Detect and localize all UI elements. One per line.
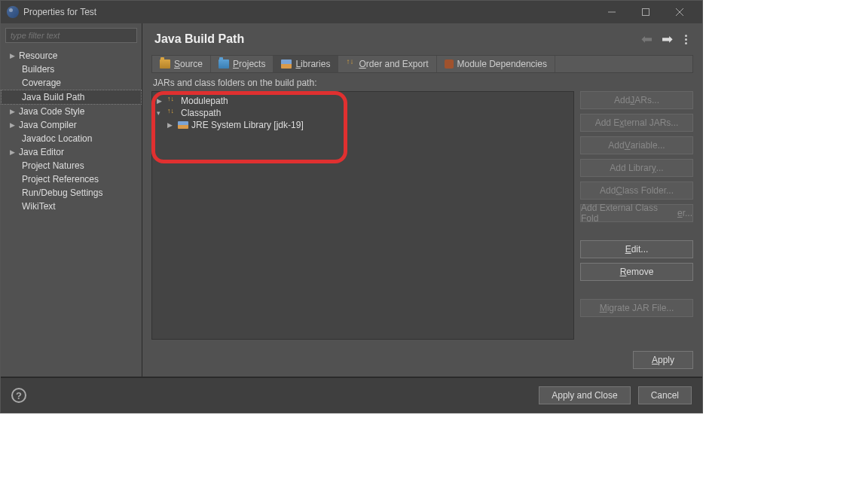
sidebar-item-javadoc-location[interactable]: Javadoc Location	[1, 132, 142, 145]
libraries-area: ▶Modulepath ▾Classpath ▶JRE System Libra…	[151, 91, 693, 342]
apply-row: Apply	[151, 342, 693, 377]
migrate-jar-button[interactable]: Migrate JAR File...	[580, 299, 693, 317]
tab-label: Projects	[233, 59, 265, 69]
caret-icon: ▶	[10, 148, 17, 156]
sidebar-item-label: Builders	[22, 64, 54, 75]
content-panel: Java Build Path ⬅ ➡ Source Projects Libr…	[142, 23, 702, 377]
lib-tree-container: ▶Modulepath ▾Classpath ▶JRE System Libra…	[151, 91, 574, 342]
caret-icon: ▶	[10, 121, 17, 129]
sidebar-item-coverage[interactable]: Coverage	[1, 76, 142, 90]
order-icon	[346, 59, 355, 69]
sidebar-item-label: Java Editor	[19, 147, 64, 157]
footer: ? Apply and Close Cancel	[1, 377, 702, 413]
sidebar-item-label: Javadoc Location	[22, 133, 92, 144]
help-icon[interactable]: ?	[11, 388, 26, 403]
button-column: Add JARs... Add External JARs... Add Var…	[580, 91, 693, 342]
path-icon	[167, 97, 178, 105]
button-label: Apply	[652, 355, 674, 365]
remove-button[interactable]: Remove	[580, 263, 693, 281]
add-library-button[interactable]: Add Library...	[580, 159, 693, 177]
back-arrow-icon[interactable]: ⬅	[641, 31, 653, 47]
sidebar-tree: ▶Resource Builders Coverage Java Build P…	[1, 47, 142, 215]
spacer	[580, 227, 693, 236]
sidebar-item-java-compiler[interactable]: ▶Java Compiler	[1, 118, 142, 132]
close-button[interactable]	[662, 2, 696, 23]
sidebar-item-resource[interactable]: ▶Resource	[1, 49, 142, 63]
content-header: Java Build Path ⬅ ➡	[151, 23, 693, 55]
page-title: Java Build Path	[154, 32, 244, 46]
sidebar-item-java-code-style[interactable]: ▶Java Code Style	[1, 105, 142, 118]
sidebar-item-builders[interactable]: Builders	[1, 63, 142, 76]
cancel-button[interactable]: Cancel	[638, 386, 692, 404]
caret-icon: ▶	[157, 97, 164, 105]
sidebar-item-label: Resource	[19, 50, 57, 61]
add-external-jars-button[interactable]: Add External JARs...	[580, 114, 693, 132]
libraries-tree[interactable]: ▶Modulepath ▾Classpath ▶JRE System Libra…	[151, 91, 574, 340]
add-class-folder-button[interactable]: Add Class Folder...	[580, 181, 693, 200]
apply-button[interactable]: Apply	[633, 351, 693, 369]
forward-arrow-icon[interactable]: ➡	[662, 31, 673, 47]
header-actions: ⬅ ➡	[641, 31, 690, 47]
tab-source[interactable]: Source	[152, 56, 211, 72]
main-area: ▶Resource Builders Coverage Java Build P…	[1, 23, 702, 377]
sidebar-item-label: Coverage	[22, 78, 61, 88]
caret-icon: ▾	[157, 109, 164, 117]
titlebar: Properties for Test	[1, 1, 702, 23]
tab-libraries[interactable]: Libraries	[274, 56, 338, 72]
edit-button[interactable]: Edit...	[580, 240, 693, 258]
sidebar-item-label: Java Code Style	[19, 106, 84, 117]
sidebar: ▶Resource Builders Coverage Java Build P…	[1, 23, 142, 377]
sidebar-item-project-natures[interactable]: Project Natures	[1, 159, 142, 172]
add-variable-button[interactable]: Add Variable...	[580, 136, 693, 154]
hint-text: JARs and class folders on the build path…	[153, 78, 692, 88]
module-icon	[445, 59, 454, 69]
button-label: Cancel	[651, 390, 679, 401]
tree-node-jre[interactable]: ▶JRE System Library [jdk-19]	[155, 119, 570, 131]
sidebar-item-java-build-path[interactable]: Java Build Path	[1, 90, 142, 105]
tab-projects[interactable]: Projects	[211, 56, 274, 72]
sidebar-item-label: WikiText	[22, 201, 56, 212]
sidebar-item-label: Project Natures	[22, 160, 84, 171]
sidebar-item-run-debug-settings[interactable]: Run/Debug Settings	[1, 186, 142, 200]
tree-node-label: Modulepath	[181, 96, 228, 106]
tab-module-dependencies[interactable]: Module Dependencies	[437, 56, 555, 72]
caret-icon: ▶	[167, 121, 175, 129]
add-external-class-folder-button[interactable]: Add External Class Folder...	[580, 204, 693, 222]
tab-order-export[interactable]: Order and Export	[338, 56, 436, 72]
tree-node-label: JRE System Library [jdk-19]	[191, 120, 304, 130]
tab-label: Module Dependencies	[457, 59, 547, 69]
sidebar-item-wikitext[interactable]: WikiText	[1, 200, 142, 213]
tree-node-label: Classpath	[181, 108, 221, 118]
properties-dialog: Properties for Test ▶Resource Builders C…	[0, 0, 703, 413]
add-jars-button[interactable]: Add JARs...	[580, 91, 693, 109]
sidebar-item-label: Run/Debug Settings	[22, 188, 102, 198]
sidebar-item-java-editor[interactable]: ▶Java Editor	[1, 145, 142, 159]
tab-label: Libraries	[295, 59, 330, 69]
libraries-icon	[281, 59, 292, 69]
window-body: ▶Resource Builders Coverage Java Build P…	[1, 23, 702, 413]
tree-node-modulepath[interactable]: ▶Modulepath	[155, 95, 570, 107]
source-icon	[160, 59, 170, 69]
sidebar-item-label: Project References	[22, 174, 99, 185]
tree-node-classpath[interactable]: ▾Classpath	[155, 107, 570, 119]
maximize-button[interactable]	[628, 2, 662, 23]
tab-label: Source	[174, 59, 203, 69]
button-label: Apply and Close	[552, 390, 617, 401]
spacer	[580, 285, 693, 294]
minimize-button[interactable]	[594, 2, 628, 23]
window-controls	[594, 2, 696, 23]
apply-and-close-button[interactable]: Apply and Close	[539, 386, 630, 404]
caret-icon: ▶	[10, 108, 17, 115]
svg-rect-1	[642, 9, 649, 16]
projects-icon	[219, 59, 229, 69]
window-title: Properties for Test	[23, 7, 594, 17]
path-icon	[167, 109, 178, 117]
caret-icon: ▶	[10, 52, 17, 59]
sidebar-item-project-references[interactable]: Project References	[1, 172, 142, 186]
tab-label: Order and Export	[359, 59, 428, 69]
filter-input[interactable]	[5, 28, 137, 43]
app-icon	[7, 6, 19, 18]
tab-bar: Source Projects Libraries Order and Expo…	[151, 55, 693, 73]
library-icon	[178, 121, 188, 129]
view-menu-icon[interactable]	[682, 32, 690, 47]
